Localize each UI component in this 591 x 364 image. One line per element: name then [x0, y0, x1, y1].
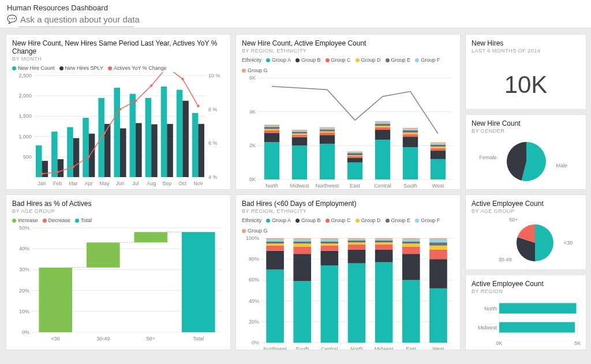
- tile-subtitle: BY GENDER: [472, 128, 580, 134]
- svg-rect-193: [375, 245, 393, 250]
- tile-active-by-age[interactable]: Active Employee Count BY AGE GROUP <3030…: [465, 194, 586, 270]
- svg-rect-196: [375, 239, 393, 241]
- svg-rect-171: [293, 241, 311, 243]
- svg-rect-36: [151, 124, 158, 177]
- ask-question-bar[interactable]: 💬 Ask a question about your data: [0, 14, 591, 28]
- kpi-value: 10K: [472, 71, 580, 99]
- svg-text:10 %: 10 %: [208, 73, 220, 78]
- svg-text:0%: 0%: [22, 329, 29, 335]
- svg-text:1,500: 1,500: [18, 113, 32, 119]
- svg-rect-38: [161, 87, 167, 177]
- tile-legend: EthnicityGroup AGroup BGroup CGroup DGro…: [242, 57, 454, 73]
- svg-text:50+: 50+: [509, 217, 518, 223]
- tile-subtitle: BY REGION, ETHNICITY: [242, 208, 454, 214]
- tile-title: Bad Hires (<60 Days of Employment): [242, 200, 454, 208]
- tile-active-by-region[interactable]: Active Employee Count BY REGION 0K5KNort…: [465, 275, 586, 350]
- svg-text:North: North: [350, 346, 363, 350]
- svg-rect-202: [402, 243, 420, 246]
- svg-rect-92: [347, 156, 362, 158]
- svg-text:Sep: Sep: [162, 181, 171, 186]
- svg-rect-115: [431, 151, 446, 159]
- svg-rect-101: [375, 126, 390, 127]
- svg-rect-15: [42, 161, 48, 177]
- svg-rect-70: [264, 127, 279, 129]
- svg-text:Northwest: Northwest: [263, 346, 287, 350]
- tile-new-hire-by-month[interactable]: New Hire Count, New Hires Same Period La…: [6, 34, 231, 190]
- svg-rect-23: [83, 118, 89, 177]
- svg-rect-191: [375, 262, 393, 343]
- svg-text:6 %: 6 %: [208, 140, 218, 146]
- tile-subtitle: BY REGION, ETHNICITY: [242, 48, 454, 54]
- svg-rect-82: [320, 144, 335, 179]
- svg-rect-78: [292, 132, 307, 133]
- svg-rect-103: [375, 122, 390, 123]
- svg-text:5K: 5K: [574, 340, 581, 346]
- svg-text:20%: 20%: [19, 288, 29, 294]
- chat-icon: 💬: [7, 14, 17, 24]
- tile-subtitle: BY AGE GROUP: [472, 208, 580, 214]
- tile-legend: IncreaseDecreaseTotal: [12, 217, 225, 223]
- svg-text:Midwest: Midwest: [290, 183, 309, 189]
- svg-text:0K: 0K: [249, 177, 256, 182]
- svg-rect-168: [293, 254, 311, 281]
- svg-rect-179: [321, 241, 339, 243]
- chart-canvas: <3030-4950+: [472, 214, 581, 266]
- svg-text:<30: <30: [564, 240, 573, 246]
- svg-text:4K: 4K: [249, 109, 256, 115]
- tile-new-hire-by-gender[interactable]: New Hire Count BY GENDER MaleFemale: [465, 114, 586, 190]
- tile-bad-hires-pct[interactable]: Bad Hires as % of Actives BY AGE GROUP I…: [6, 194, 231, 350]
- svg-text:Central: Central: [374, 183, 391, 189]
- svg-rect-77: [292, 134, 307, 135]
- svg-text:Aug: Aug: [147, 181, 156, 186]
- svg-text:Jan: Jan: [38, 181, 46, 186]
- svg-rect-94: [347, 153, 362, 155]
- svg-rect-67: [264, 133, 279, 142]
- svg-rect-142: [134, 232, 167, 242]
- svg-rect-199: [402, 280, 420, 343]
- svg-rect-170: [293, 243, 311, 246]
- svg-rect-42: [182, 101, 189, 177]
- svg-text:North: North: [484, 306, 497, 312]
- svg-text:May: May: [99, 181, 110, 186]
- svg-text:Mar: Mar: [69, 181, 78, 186]
- svg-text:East: East: [406, 346, 417, 350]
- svg-rect-192: [375, 250, 393, 262]
- svg-rect-185: [348, 245, 366, 250]
- svg-rect-167: [293, 281, 311, 343]
- tile-bad-hires-region[interactable]: Bad Hires (<60 Days of Employment) BY RE…: [235, 194, 461, 350]
- svg-text:Apr: Apr: [85, 181, 93, 186]
- svg-text:<30: <30: [51, 336, 60, 342]
- svg-rect-172: [293, 239, 311, 242]
- svg-text:2,000: 2,000: [18, 93, 32, 99]
- svg-rect-33: [136, 123, 142, 177]
- svg-rect-74: [292, 145, 307, 179]
- svg-rect-204: [402, 239, 420, 242]
- tile-new-hire-by-region[interactable]: New Hire Count, Active Employee Count BY…: [235, 34, 461, 190]
- svg-text:4 %: 4 %: [208, 174, 218, 180]
- svg-rect-205: [402, 238, 420, 239]
- svg-text:Male: Male: [556, 163, 568, 168]
- svg-rect-180: [321, 239, 339, 242]
- tile-subtitle: BY MONTH: [12, 56, 225, 62]
- svg-rect-183: [348, 263, 366, 343]
- svg-rect-119: [431, 143, 446, 144]
- svg-text:0%: 0%: [252, 340, 259, 346]
- svg-text:2K: 2K: [249, 142, 256, 148]
- tile-legend: EthnicityGroup AGroup BGroup CGroup DGro…: [242, 217, 454, 234]
- svg-text:80%: 80%: [249, 256, 259, 262]
- svg-rect-35: [145, 98, 152, 177]
- svg-rect-117: [431, 147, 446, 148]
- svg-rect-41: [177, 90, 183, 177]
- svg-text:40%: 40%: [249, 298, 259, 304]
- tile-title: Active Employee Count: [472, 200, 580, 208]
- svg-rect-208: [429, 259, 447, 288]
- svg-text:60%: 60%: [249, 277, 259, 283]
- svg-rect-91: [347, 157, 362, 162]
- svg-rect-90: [347, 163, 362, 179]
- svg-rect-69: [264, 129, 279, 130]
- tile-kpi-new-hires[interactable]: New Hires LAST 6 MONTHS OF 2014 10K: [465, 34, 586, 110]
- chart-canvas: 5001,0001,5002,0002,5004 %6 %8 %10 %JanF…: [12, 72, 226, 187]
- svg-rect-181: [321, 238, 339, 239]
- svg-rect-176: [321, 251, 339, 265]
- svg-rect-222: [499, 303, 577, 313]
